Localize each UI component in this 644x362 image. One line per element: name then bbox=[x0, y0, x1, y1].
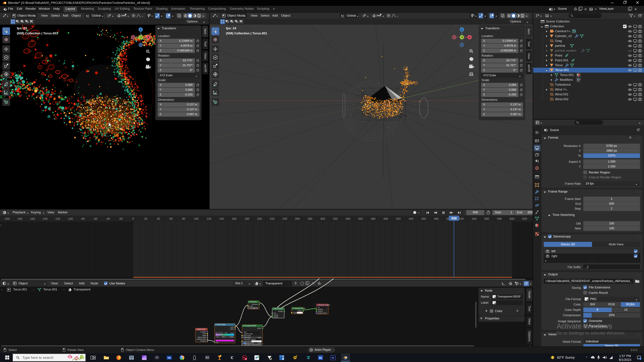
svg-text:580: 580 bbox=[497, 217, 502, 220]
svg-text:420: 420 bbox=[396, 217, 401, 220]
svg-text:Subsurface Radius: Subsurface Radius bbox=[244, 339, 256, 340]
svg-text:20.000: 20.000 bbox=[254, 307, 258, 309]
svg-text:Color: Color bbox=[202, 333, 206, 335]
svg-text:Color Ramp: Color Ramp bbox=[216, 324, 226, 326]
svg-text:+: + bbox=[216, 332, 217, 334]
svg-text:1.400: 1.400 bbox=[258, 342, 261, 344]
svg-text:-60: -60 bbox=[93, 217, 98, 220]
svg-text:Random: Random bbox=[200, 340, 206, 342]
svg-text:Subsurface IOR: Subsurface IOR bbox=[244, 342, 254, 344]
svg-text:120: 120 bbox=[206, 217, 211, 220]
svg-text:Linear: Linear bbox=[230, 332, 234, 334]
svg-text:Pos: Pos bbox=[222, 336, 225, 338]
svg-text:Z: Z bbox=[461, 28, 462, 31]
svg-text:VR: VR bbox=[245, 359, 247, 360]
svg-text:-200: -200 bbox=[4, 217, 10, 220]
svg-text:220: 220 bbox=[270, 217, 274, 220]
svg-text:Alpha: Alpha bbox=[202, 335, 206, 336]
svg-text:0: 0 bbox=[132, 217, 134, 220]
svg-text:GGX: GGX bbox=[244, 331, 247, 333]
svg-text:440: 440 bbox=[409, 217, 414, 220]
svg-text:100: 100 bbox=[194, 217, 198, 220]
svg-text:Material Index: Material Index bbox=[196, 338, 206, 340]
svg-text:480: 480 bbox=[434, 217, 438, 220]
svg-text:-160: -160 bbox=[29, 217, 35, 220]
svg-text:Volume: Volume bbox=[318, 310, 323, 312]
svg-text:620: 620 bbox=[522, 217, 527, 220]
svg-text:BSDF: BSDF bbox=[257, 328, 262, 329]
svg-text:Mix Shader: Mix Shader bbox=[274, 308, 283, 310]
svg-text:240: 240 bbox=[282, 217, 287, 220]
svg-text:NDI: NDI bbox=[168, 357, 171, 359]
svg-text:460: 460 bbox=[421, 217, 426, 220]
svg-text:0: 0 bbox=[217, 336, 218, 338]
svg-text:Material Output: Material Output bbox=[318, 304, 330, 306]
svg-text:Surface: Surface bbox=[318, 309, 323, 310]
svg-text:Alpha: Alpha bbox=[230, 328, 234, 330]
svg-text:0.000: 0.000 bbox=[230, 336, 234, 338]
svg-text:Emission: Emission bbox=[250, 301, 257, 303]
svg-text:-40: -40 bbox=[106, 217, 110, 220]
svg-text:160: 160 bbox=[232, 217, 236, 220]
svg-text:X: X bbox=[469, 36, 470, 39]
svg-text:360: 360 bbox=[358, 217, 363, 220]
svg-text:Color: Color bbox=[230, 326, 234, 328]
svg-text:−: − bbox=[218, 332, 219, 334]
svg-text:Z: Z bbox=[140, 28, 142, 31]
svg-text:Location: Location bbox=[200, 331, 206, 333]
svg-text:180: 180 bbox=[244, 217, 249, 220]
svg-text:320: 320 bbox=[333, 217, 338, 220]
svg-text:Shader: Shader bbox=[274, 314, 278, 316]
svg-text:Object Index: Object Index bbox=[198, 337, 206, 338]
svg-text:-Y: -Y bbox=[140, 36, 142, 39]
svg-text:B: B bbox=[258, 357, 258, 358]
svg-text:Random Walk: Random Walk bbox=[244, 333, 253, 335]
svg-text:Me: Me bbox=[319, 357, 322, 359]
svg-text:Fac: Fac bbox=[216, 342, 218, 343]
svg-text:80: 80 bbox=[182, 217, 185, 220]
svg-text:Shader: Shader bbox=[274, 316, 278, 318]
svg-text:Principled BSDF: Principled BSDF bbox=[244, 325, 256, 327]
svg-text:Transparent BSDF: Transparent BSDF bbox=[294, 308, 306, 309]
svg-text:Displacement: Displacement bbox=[318, 312, 327, 314]
svg-text:600: 600 bbox=[510, 217, 514, 220]
svg-text:0.000: 0.000 bbox=[258, 337, 261, 338]
svg-text:300: 300 bbox=[320, 217, 325, 220]
svg-text:200: 200 bbox=[257, 217, 262, 220]
svg-text:-100: -100 bbox=[67, 217, 73, 220]
svg-text:X: X bbox=[148, 36, 149, 39]
svg-text:280: 280 bbox=[308, 217, 312, 220]
svg-text:1: 1 bbox=[640, 358, 641, 360]
svg-text:Base Color: Base Color bbox=[243, 335, 251, 337]
svg-text:Emission: Emission bbox=[252, 304, 258, 305]
svg-text:520: 520 bbox=[459, 217, 464, 220]
svg-text:540: 540 bbox=[472, 217, 476, 220]
svg-text:All: All bbox=[318, 307, 320, 308]
svg-text:-20: -20 bbox=[118, 217, 123, 220]
svg-text:380: 380 bbox=[371, 217, 376, 220]
svg-text:Shader: Shader bbox=[278, 311, 283, 312]
svg-text:Color: Color bbox=[293, 312, 297, 314]
svg-text:400: 400 bbox=[384, 217, 388, 220]
svg-text:-Y: -Y bbox=[461, 36, 463, 39]
svg-text:Subsurface: Subsurface bbox=[244, 337, 251, 338]
svg-text:140: 140 bbox=[219, 217, 224, 220]
svg-text:260: 260 bbox=[295, 217, 300, 220]
svg-text:-180: -180 bbox=[16, 217, 22, 220]
svg-text:Pr: Pr bbox=[332, 357, 334, 359]
svg-text:20: 20 bbox=[144, 217, 148, 220]
svg-text:-140: -140 bbox=[42, 217, 48, 220]
svg-text:RGB: RGB bbox=[224, 332, 228, 334]
svg-text:Fac: Fac bbox=[274, 312, 276, 314]
svg-text:60: 60 bbox=[170, 217, 173, 220]
svg-text:ENCODER: ENCODER bbox=[192, 359, 196, 360]
svg-text:Object Info: Object Info bbox=[198, 328, 206, 330]
svg-text:560: 560 bbox=[484, 217, 489, 220]
svg-text:-120: -120 bbox=[54, 217, 60, 220]
svg-text:-80: -80 bbox=[81, 217, 85, 220]
svg-text:BSDF: BSDF bbox=[298, 310, 302, 312]
svg-text:40: 40 bbox=[157, 217, 160, 220]
svg-text:508: 508 bbox=[451, 217, 457, 220]
svg-text:Color: Color bbox=[250, 305, 253, 307]
svg-text:340: 340 bbox=[346, 217, 350, 220]
